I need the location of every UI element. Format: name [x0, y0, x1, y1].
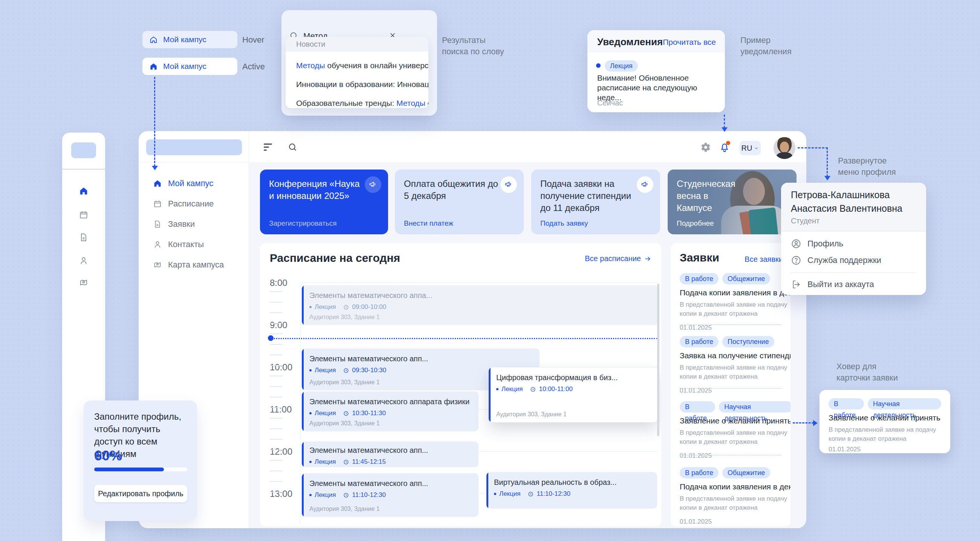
schedule-event[interactable]: Виртуальная реальность в образ... Лекция… — [487, 472, 657, 509]
application-card[interactable]: В работеОбщежитие Подача копии заявления… — [680, 273, 791, 331]
schedule-event[interactable]: Элементы математического апп... Лекция 1… — [302, 442, 479, 467]
clock-icon — [530, 386, 536, 393]
banner-conference[interactable]: Конференция «Наука и инновации 2025» Зар… — [260, 170, 388, 234]
applications-title: Заявки — [680, 251, 719, 264]
gear-icon[interactable] — [700, 142, 711, 153]
category-badge: Общежитие — [722, 273, 770, 285]
banner-title: Оплата общежития до 5 декабря — [404, 178, 498, 202]
banner-link[interactable]: Подать заявку — [540, 219, 588, 228]
search-icon[interactable] — [288, 142, 298, 152]
sidebar-item-label: Мой кампус — [163, 35, 207, 44]
language-selector[interactable]: RU — [740, 141, 761, 155]
document-icon[interactable] — [79, 232, 89, 242]
sidebar-item-campus-map[interactable]: Карта кампуса — [150, 255, 244, 275]
logout-icon — [791, 279, 802, 290]
scrollbar[interactable] — [657, 284, 659, 436]
schedule-event-popup[interactable]: Цифровая трансформация в биз... Лекция 1… — [489, 367, 657, 422]
schedule-panel: Расписание на сегодня Все расписание 8:0… — [260, 243, 661, 527]
notification-badge-dot — [726, 141, 730, 145]
annotation-arrow — [827, 147, 828, 177]
schedule-event[interactable]: Элементы математического апп... Лекция 1… — [302, 473, 479, 517]
home-icon[interactable] — [79, 186, 89, 196]
edit-profile-button[interactable]: Редактировать профиль — [94, 485, 187, 502]
application-date: 01.01.2025 — [680, 452, 791, 460]
status-badge: В работе — [680, 467, 719, 479]
menu-item-profile[interactable]: Профиль — [791, 239, 843, 249]
document-icon — [153, 220, 162, 229]
annotation-arrowhead — [813, 420, 818, 426]
profile-menu: Петрова-Калашникова Анастасия Валентинов… — [781, 183, 926, 295]
divider — [62, 169, 105, 170]
banner-student-spring[interactable]: Студенческая весна в Кампусе Подробнее — [668, 170, 797, 234]
home-icon — [149, 35, 158, 44]
search-result[interactable]: Образовательные тренды: Методы оценки... — [286, 94, 428, 108]
sidebar-divider — [249, 131, 249, 528]
sidebar-item-applications[interactable]: Заявки — [150, 214, 244, 234]
design-canvas: Мой кампус Hover Мой кампус Active Метод… — [0, 0, 980, 541]
status-badge: В работе — [680, 273, 719, 285]
schedule-event[interactable]: Элементы математического аппа... Лекция … — [302, 285, 657, 325]
map-icon[interactable] — [79, 278, 89, 288]
active-state-label: Active — [242, 62, 265, 72]
schedule-all-link[interactable]: Все расписание — [585, 254, 651, 263]
search-results-popover: Метод Новости Методы обучения в онлайн у… — [282, 10, 437, 116]
banner-link[interactable]: Зарегистрироваться — [269, 219, 337, 228]
applications-panel: Заявки Все заявки В работеОбщежитие Пода… — [671, 243, 791, 527]
applications-all-link[interactable]: Все заявки — [745, 255, 783, 264]
banner-scholarship[interactable]: Подача заявки на получение стипендии до … — [531, 170, 660, 234]
event-location: Аудитория 303, Здание 1 — [309, 420, 380, 427]
sidebar-item-schedule[interactable]: Расписание — [150, 194, 244, 214]
megaphone-icon — [365, 176, 381, 193]
avatar[interactable] — [773, 137, 795, 159]
sidebar-item-label: Мой кампус — [163, 62, 207, 71]
event-time: 11:10-12:30 — [537, 490, 570, 498]
event-title: Элементы математического апп... — [309, 446, 472, 455]
sidebar-nav: Мой кампус Расписание Заявки Контакты Ка… — [150, 173, 244, 275]
contacts-icon[interactable] — [79, 256, 89, 266]
menu-item-logout[interactable]: Выйти из аккаута — [791, 279, 874, 290]
application-card[interactable]: В работеОбщежитие Подача копии заявления… — [680, 467, 791, 525]
sidebar-item-my-campus[interactable]: Мой кампус — [150, 173, 244, 194]
completion-percent: 60% — [94, 448, 122, 464]
menu-icon[interactable] — [264, 143, 272, 151]
person-circle-icon — [791, 239, 802, 249]
calendar-icon[interactable] — [79, 210, 89, 220]
event-title: Элементы математического апп... — [309, 479, 472, 488]
event-type: Лекция — [315, 491, 336, 499]
sidebar-item-contacts[interactable]: Контакты — [150, 234, 244, 255]
search-result[interactable]: Инновации в образовании: Инновационные..… — [286, 75, 428, 94]
bell-icon[interactable] — [719, 142, 730, 153]
sidebar-item-my-campus-hover[interactable]: Мой кампус — [142, 31, 237, 48]
event-type: Лекция — [501, 385, 523, 393]
schedule-event[interactable]: Элементы математического аппарата физики… — [302, 391, 479, 431]
application-card[interactable]: В работеПоступление Заявка на получение … — [680, 336, 791, 395]
clock-icon — [343, 304, 349, 310]
arrow-right-icon — [644, 255, 651, 263]
banner-link[interactable]: Подробнее — [677, 219, 714, 228]
banner-link[interactable]: Внести платеж — [404, 219, 453, 228]
event-time: 10:00-11:00 — [539, 385, 573, 393]
banner-dorm-payment[interactable]: Оплата общежития до 5 декабря Внести пла… — [395, 170, 524, 234]
user-role: Студент — [791, 216, 819, 225]
notifications-popover: Уведомления Прочитать все Лекция Внимани… — [587, 30, 725, 112]
status-badge: В работе — [680, 336, 719, 347]
notification-message[interactable]: Внимание! Обновленное расписание на след… — [597, 73, 715, 102]
divider — [680, 388, 781, 389]
search-dropdown: Новости Методы обучения в онлайн универс… — [286, 37, 428, 108]
megaphone-icon — [637, 176, 653, 193]
progress-bar — [94, 468, 187, 471]
profile-menu-header: Петрова-Калашникова Анастасия Валентинов… — [781, 183, 926, 231]
notifications-header: Уведомления Прочитать все — [587, 30, 725, 52]
schedule-title: Расписание на сегодня — [270, 251, 400, 264]
application-card[interactable]: В работеНаучная деятельность Заявление о… — [680, 401, 791, 460]
app-window: RU Мой кампус Расписание Заявки Контакты — [138, 131, 806, 528]
application-card-hover[interactable]: В работеНаучная деятельность Заявление о… — [819, 390, 950, 453]
menu-item-support[interactable]: Служба поддержки — [791, 255, 881, 266]
read-all-link[interactable]: Прочитать все — [663, 38, 716, 47]
application-date: 01.01.2025 — [829, 446, 941, 453]
profile-completion-card: Заполните профиль, чтобы получить доступ… — [84, 401, 197, 521]
search-result[interactable]: Методы обучения в онлайн университете — [286, 56, 428, 75]
application-title: Заявление о желании принять уч... — [829, 413, 941, 422]
sidebar-item-my-campus-active[interactable]: Мой кампус — [142, 58, 237, 75]
application-desc: В представленной заявке на подачу копии … — [680, 428, 791, 446]
